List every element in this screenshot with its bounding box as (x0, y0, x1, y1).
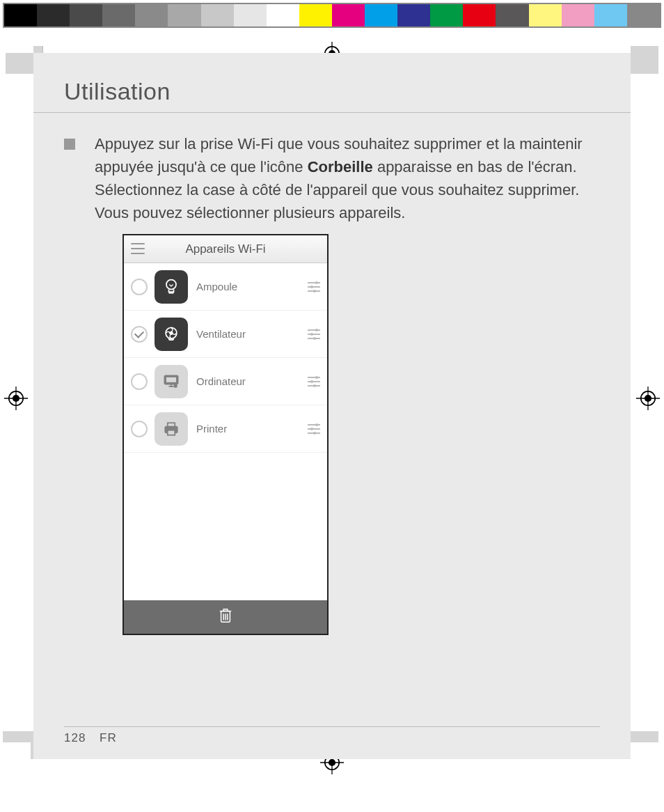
sliders-icon[interactable] (308, 282, 320, 292)
calibration-swatch (397, 4, 430, 26)
device-row[interactable]: Printer (124, 405, 327, 453)
app-screenshot: Appareils Wi-Fi AmpouleVentilateurOrdina… (122, 234, 329, 635)
registration-mark-icon (636, 387, 660, 410)
svg-rect-26 (168, 423, 175, 426)
crop-mark (3, 731, 31, 742)
crop-mark (631, 731, 658, 742)
calibration-swatch (135, 4, 168, 26)
app-footer (124, 600, 327, 634)
calibration-swatch (594, 4, 627, 26)
menu-icon[interactable] (131, 243, 145, 254)
registration-mark-icon (4, 387, 28, 410)
computer-icon (155, 365, 188, 398)
sliders-icon[interactable] (308, 329, 320, 339)
select-checkbox[interactable] (131, 373, 148, 390)
calibration-swatch (496, 4, 528, 26)
select-checkbox[interactable] (131, 279, 148, 295)
select-checkbox[interactable] (131, 326, 148, 343)
device-row[interactable]: Ventilateur (124, 311, 327, 358)
crop-mark (631, 46, 658, 74)
sliders-icon[interactable] (308, 377, 320, 387)
device-row[interactable]: Ordinateur (124, 358, 327, 405)
calibration-swatch (201, 4, 234, 26)
manual-page: Utilisation Appuyez sur la prise Wi-Fi q… (33, 53, 631, 759)
instruction-bold: Corbeille (308, 158, 373, 175)
svg-rect-27 (168, 430, 175, 435)
page-footer: 128 FR (64, 731, 117, 745)
sliders-icon[interactable] (308, 424, 320, 434)
calibration-swatch (37, 4, 70, 26)
footer-divider (64, 726, 600, 727)
calibration-swatch (529, 4, 562, 26)
select-checkbox[interactable] (131, 421, 148, 437)
fan-icon (155, 318, 188, 351)
device-label: Ordinateur (196, 375, 308, 387)
app-header: Appareils Wi-Fi (124, 235, 327, 263)
svg-rect-21 (166, 377, 177, 383)
calibration-swatch (102, 4, 135, 26)
calibration-swatch (365, 4, 397, 26)
divider (33, 112, 631, 113)
printer-icon (155, 412, 188, 446)
calibration-swatch (430, 4, 463, 26)
calibration-swatch (234, 4, 267, 26)
calibration-swatch (299, 4, 332, 26)
device-label: Printer (196, 423, 308, 435)
calibration-swatch (267, 4, 299, 26)
app-header-title: Appareils Wi-Fi (185, 242, 265, 256)
device-list: AmpouleVentilateurOrdinateurPrinter (124, 263, 327, 600)
calibration-swatch (70, 4, 102, 26)
calibration-swatch (4, 4, 37, 26)
device-row[interactable]: Ampoule (124, 263, 327, 311)
page-number: 128 (64, 731, 86, 744)
device-label: Ampoule (196, 281, 308, 292)
page-language: FR (100, 731, 117, 744)
device-label: Ventilateur (196, 328, 308, 340)
calibration-swatch (168, 4, 200, 26)
calibration-swatch (627, 4, 660, 26)
bullet-icon (64, 139, 75, 150)
calibration-swatch (562, 4, 594, 26)
page-title: Utilisation (33, 74, 631, 112)
svg-point-24 (174, 384, 177, 387)
instruction-paragraph: Appuyez sur la prise Wi-Fi que vous souh… (33, 132, 631, 224)
color-calibration-bar (3, 3, 661, 28)
svg-point-16 (166, 279, 176, 289)
calibration-swatch (332, 4, 365, 26)
calibration-swatch (463, 4, 496, 26)
crop-mark (6, 53, 33, 74)
trash-icon[interactable] (218, 607, 233, 627)
svg-point-19 (170, 331, 173, 334)
bulb-icon (155, 270, 188, 304)
